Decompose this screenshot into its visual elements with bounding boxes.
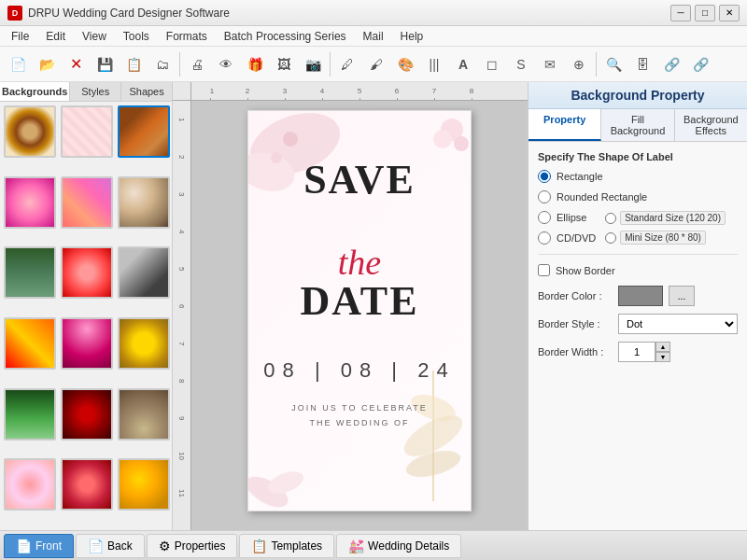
tab-property[interactable]: Property — [529, 109, 601, 141]
tab-back-icon: 📄 — [88, 539, 104, 553]
divider-1 — [538, 254, 738, 255]
show-border-checkbox[interactable] — [538, 264, 550, 276]
tab-front[interactable]: 📄 Front — [4, 534, 74, 558]
size-mini-row: Mini Size (80 * 80) — [605, 231, 726, 245]
shape-left-col: Ellipse CD/DVD — [538, 211, 596, 245]
shape-ellipse-radio[interactable] — [538, 211, 551, 224]
bg-item-17[interactable] — [61, 458, 113, 511]
sep-3 — [596, 52, 597, 77]
menu-file[interactable]: File — [4, 28, 36, 45]
tab-backgrounds[interactable]: Backgrounds — [0, 82, 70, 101]
tab-back[interactable]: 📄 Back — [76, 534, 145, 558]
toolbar-save2[interactable]: 🗂 — [148, 50, 176, 78]
toolbar-preview[interactable]: 👁 — [212, 50, 240, 78]
minimize-button[interactable]: ─ — [670, 5, 691, 21]
bg-item-2[interactable] — [61, 105, 113, 158]
background-grid — [0, 102, 172, 530]
border-color-swatch[interactable] — [618, 286, 663, 306]
bg-item-5[interactable] — [61, 176, 113, 229]
spinner-buttons: ▲ ▼ — [655, 342, 670, 362]
title-bar-left: D DRPU Wedding Card Designer Software — [7, 6, 230, 21]
toolbar-pen[interactable]: 🖊 — [333, 50, 361, 78]
toolbar-print[interactable]: 🖨 — [183, 50, 211, 78]
bg-item-15[interactable] — [118, 388, 170, 441]
toolbar-shape[interactable]: ◻ — [478, 50, 506, 78]
spinner-up-button[interactable]: ▲ — [655, 342, 670, 352]
bottom-bar: 📄 Front 📄 Back ⚙ Properties 📋 Templates … — [0, 530, 747, 560]
show-border-label: Show Border — [556, 265, 615, 276]
tab-fill-background[interactable]: Fill Background — [601, 109, 674, 141]
shape-cddvd-radio[interactable] — [538, 231, 551, 245]
bg-item-13[interactable] — [4, 388, 56, 441]
toolbar-save[interactable]: 💾 — [91, 50, 119, 78]
menu-view[interactable]: View — [75, 28, 114, 45]
border-style-select[interactable]: Dot Solid Dash Dash-Dot Dash-Dot-Dot — [618, 314, 738, 334]
close-button[interactable]: ✕ — [719, 5, 740, 21]
bg-item-11[interactable] — [61, 317, 113, 370]
toolbar-db2[interactable]: 🗄 — [628, 50, 656, 78]
menu-edit[interactable]: Edit — [38, 28, 73, 45]
size-standard-radio[interactable] — [605, 213, 616, 224]
tab-templates[interactable]: 📋 Templates — [239, 534, 334, 558]
card-numbers: 08 | 08 | 24 — [248, 358, 471, 383]
toolbar-image[interactable]: 🖼 — [270, 50, 298, 78]
right-panel-title: Background Property — [529, 82, 747, 109]
menu-tools[interactable]: Tools — [116, 28, 157, 45]
tab-shapes[interactable]: Shapes — [121, 82, 172, 101]
toolbar-open[interactable]: 📂 — [33, 50, 61, 78]
size-mini-radio[interactable] — [605, 232, 616, 244]
menu-mail[interactable]: Mail — [356, 28, 391, 45]
toolbar-scan[interactable]: 📷 — [299, 50, 327, 78]
toolbar-barcode[interactable]: ||| — [420, 50, 448, 78]
toolbar-link2[interactable]: 🔗 — [686, 50, 714, 78]
card-join: JOIN US TO CELEBRATE THE WEDDING OF — [248, 400, 471, 430]
bg-item-18[interactable] — [118, 458, 170, 511]
bg-item-16[interactable] — [4, 458, 56, 511]
card-save: SAVE — [248, 158, 471, 203]
app-title: DRPU Wedding Card Designer Software — [28, 7, 230, 20]
shape-section-label: Specify The Shape Of Label — [538, 151, 738, 162]
toolbar-mail2[interactable]: ✉ — [536, 50, 564, 78]
tab-styles[interactable]: Styles — [70, 82, 121, 101]
shape-rectangle-radio[interactable] — [538, 170, 551, 183]
menu-help[interactable]: Help — [393, 28, 431, 45]
bg-item-9[interactable] — [118, 246, 170, 299]
tab-wedding-details[interactable]: 💒 Wedding Details — [336, 534, 461, 558]
toolbar-brush[interactable]: 🖌 — [362, 50, 390, 78]
menu-formats[interactable]: Formats — [159, 28, 215, 45]
toolbar-link[interactable]: 🔗 — [657, 50, 685, 78]
toolbar-new[interactable]: 📄 — [4, 50, 32, 78]
bg-item-14[interactable] — [61, 388, 113, 441]
toolbar-save-as[interactable]: 📋 — [120, 50, 148, 78]
menu-batch[interactable]: Batch Processing Series — [217, 28, 354, 45]
bg-item-12[interactable] — [118, 317, 170, 370]
bg-item-8[interactable] — [61, 246, 113, 299]
bg-item-6[interactable] — [118, 176, 170, 229]
toolbar-cursor[interactable]: ⊕ — [565, 50, 593, 78]
spinner-down-button[interactable]: ▼ — [655, 352, 670, 362]
toolbar-db[interactable]: S — [507, 50, 535, 78]
toolbar-text[interactable]: A — [449, 50, 477, 78]
border-width-input[interactable]: 1 — [618, 342, 655, 362]
svg-point-2 — [283, 132, 298, 147]
bg-item-7[interactable] — [4, 246, 56, 299]
sep-1 — [179, 52, 180, 77]
tab-background-effects[interactable]: Background Effects — [675, 109, 747, 141]
decoration-bottom-left — [248, 436, 314, 511]
toolbar-zoom[interactable]: 🔍 — [599, 50, 627, 78]
card-canvas[interactable]: SAVE the DATE 08 | 08 | 24 JOIN US TO CE… — [247, 110, 472, 511]
window-controls: ─ □ ✕ — [670, 5, 740, 21]
toolbar-close[interactable]: ✕ — [62, 50, 90, 78]
bg-item-4[interactable] — [4, 176, 56, 229]
toolbar-color[interactable]: 🎨 — [391, 50, 419, 78]
bg-item-1[interactable] — [4, 105, 56, 158]
maximize-button[interactable]: □ — [695, 5, 715, 21]
bg-item-3[interactable] — [118, 105, 170, 158]
border-color-picker-button[interactable]: ... — [669, 286, 695, 306]
canvas-content: SAVE the DATE 08 | 08 | 24 JOIN US TO CE… — [191, 101, 528, 530]
tab-properties[interactable]: ⚙ Properties — [147, 534, 238, 558]
shape-rounded-radio[interactable] — [538, 190, 551, 203]
bg-item-10[interactable] — [4, 317, 56, 370]
toolbar-export[interactable]: 🎁 — [241, 50, 269, 78]
tab-front-label: Front — [35, 539, 62, 553]
